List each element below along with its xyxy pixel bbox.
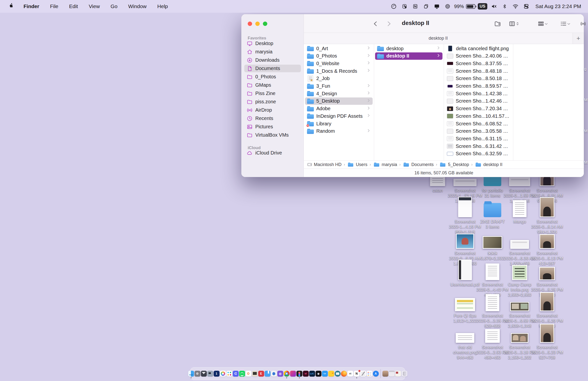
file-row[interactable]: Screen Sho...6.31.15 PM	[445, 135, 512, 142]
file-row[interactable]: 4_Design	[305, 90, 373, 97]
sidebar-item-downloads[interactable]: Downloads	[244, 56, 301, 64]
column-divider[interactable]	[374, 44, 374, 160]
sidebar-item-gmaps[interactable]: GMaps	[244, 81, 301, 89]
dock-icon-photos[interactable]	[220, 371, 226, 377]
dock-icon-indesign[interactable]: Id	[303, 371, 309, 377]
close-button[interactable]	[248, 21, 252, 26]
dock-icon-media-frame[interactable]	[252, 371, 258, 377]
sidebar-item-piss-zine[interactable]: Piss Zine	[244, 90, 301, 97]
bluetooth-icon[interactable]	[501, 2, 509, 11]
file-row[interactable]: Adobe	[305, 105, 373, 112]
column-divider[interactable]	[444, 44, 444, 160]
wifi-icon[interactable]	[511, 2, 520, 11]
menu-item-help[interactable]: Help	[153, 0, 172, 13]
dock-minimized-window-photo[interactable]	[382, 371, 388, 377]
dock-icon-system-settings[interactable]: ⚙	[194, 371, 200, 377]
view-updown-chevrons[interactable]	[515, 19, 521, 28]
path-item-marysia[interactable]: marysia	[373, 162, 397, 167]
sidebar-item-recents[interactable]: Recents	[244, 115, 301, 122]
desktop-icon[interactable]: Screenshot2025-0...5.23 PM527×708	[530, 320, 564, 360]
sidebar-item-piss-zone[interactable]: piss.zone	[244, 98, 301, 105]
dock-icon-vscode[interactable]: <>	[322, 371, 328, 377]
dock-minimized-window-image[interactable]	[395, 371, 401, 377]
sidebar-item-virtualbox-vms[interactable]: VirtualBox VMs	[244, 131, 301, 139]
file-row[interactable]: Screen Sho...8.37.55 PM	[445, 60, 512, 67]
file-row[interactable]: Screen Sho...7.20.34 PM	[445, 105, 512, 112]
creative-cloud-icon[interactable]	[390, 2, 398, 11]
file-row[interactable]: Screen Sho...8.50.18 PM	[445, 75, 512, 82]
sidebar-item-desktop[interactable]: Desktop	[244, 40, 301, 47]
tab-desktop-ii[interactable]: desktop II	[304, 33, 573, 44]
dock-icon-3d-app[interactable]: ◆	[315, 371, 321, 377]
dock-icon-finder[interactable]	[188, 371, 194, 377]
dock-icon-virtualbox[interactable]	[271, 371, 277, 377]
file-row[interactable]: 1_Docs & Records	[305, 67, 373, 75]
apple-menu-icon[interactable]	[7, 2, 17, 11]
dock-icon-expressvpn[interactable]: E	[258, 371, 264, 377]
dock-icon-adobe-creative-cloud[interactable]	[290, 371, 296, 377]
view-grid-chevron[interactable]	[544, 19, 548, 28]
menu-item-view[interactable]: View	[84, 0, 104, 13]
battery-indicator[interactable]: 99%	[454, 4, 475, 9]
back-button[interactable]	[371, 20, 380, 28]
mute-icon[interactable]	[490, 2, 498, 11]
dock-icon-purple-app[interactable]: ◎	[277, 371, 283, 377]
file-row[interactable]: Screen Sho...3.05.58 PM	[445, 128, 512, 135]
dock-icon-chrome[interactable]	[284, 371, 290, 377]
dock-icon-reading-app[interactable]	[265, 371, 271, 377]
file-row[interactable]: Screen Sho...8.59.57 PM	[445, 82, 512, 90]
minimize-button[interactable]	[255, 21, 260, 26]
menu-bar-clock[interactable]: Sat Aug 23 2:24 PM	[533, 3, 581, 9]
sidebar-item-marysia[interactable]: marysia	[244, 48, 301, 56]
dock-icon-1password[interactable]: 1	[214, 371, 220, 377]
path-item-users[interactable]: Users	[347, 162, 367, 167]
new-tab-button[interactable]: +	[573, 33, 584, 44]
file-row[interactable]: 0_Website	[305, 60, 373, 67]
menu-item-file[interactable]: File	[45, 0, 63, 13]
dock-icon-scanner-app[interactable]	[201, 371, 207, 377]
path-item-desktop-ii[interactable]: desktop II	[475, 162, 503, 167]
file-row[interactable]: 0_Photos	[305, 52, 373, 60]
path-item-documents[interactable]: Documents	[403, 162, 434, 167]
file-row[interactable]: Screen Sho...1.42.46 AM	[445, 98, 512, 105]
file-row[interactable]: Screen Sho...1.42.38 AM	[445, 90, 512, 97]
sidebar-item-airdrop[interactable]: AirDrop	[244, 106, 301, 114]
sidebar-item-0-photos[interactable]: 0_Photos	[244, 73, 301, 80]
dock-icon-figma[interactable]	[296, 371, 302, 377]
dock-icon-claude[interactable]: A\	[347, 371, 353, 377]
file-row[interactable]: Random	[305, 128, 373, 135]
airdrop-button[interactable]	[578, 19, 588, 28]
new-folder-button[interactable]	[493, 19, 503, 28]
file-row[interactable]: desktop II	[375, 52, 442, 60]
dock-icon-textedit[interactable]	[360, 371, 366, 377]
column-divider[interactable]	[513, 44, 513, 160]
dock-icon-slack[interactable]	[226, 371, 232, 377]
dock-icon-keyboard-app[interactable]	[335, 371, 340, 377]
menu-item-window[interactable]: Window	[124, 0, 151, 13]
airplay-ripple-icon[interactable]	[443, 2, 452, 11]
file-row[interactable]: Screen Sho...6.08.52 PM	[445, 120, 512, 127]
windows-stack-icon[interactable]	[422, 2, 430, 11]
path-item-macintosh-hd[interactable]: Macintosh HD	[307, 162, 341, 167]
dock-icon-discord[interactable]: ᗧ	[233, 371, 239, 377]
dock-icon-origin[interactable]: O	[246, 371, 251, 377]
file-row[interactable]: 2_Job	[305, 75, 373, 82]
dock-icon-trash[interactable]	[401, 371, 407, 377]
input-source-us[interactable]: US	[478, 3, 487, 10]
sidebar-item-pictures[interactable]: Pictures	[244, 123, 301, 131]
file-row[interactable]: 0_Art	[305, 45, 373, 52]
notion-icon[interactable]	[411, 2, 420, 11]
dock-icon-spotify[interactable]	[239, 371, 245, 377]
zoom-button[interactable]	[263, 21, 267, 26]
menu-item-go[interactable]: Go	[106, 0, 122, 13]
menu-item-finder[interactable]: Finder	[19, 0, 44, 13]
dock-icon-desk-utility[interactable]	[207, 371, 213, 377]
path-item-5-desktop[interactable]: 5_Desktop	[439, 162, 469, 167]
file-row[interactable]: Screen Sho...8.48.18 PM	[445, 67, 512, 75]
dock-icon-cyberduck[interactable]	[328, 371, 334, 377]
display-icon[interactable]	[433, 2, 441, 11]
dock-icon-app-store[interactable]: A	[373, 371, 379, 377]
file-row[interactable]: 3_Fun	[305, 82, 373, 90]
dock-icon-firefox[interactable]	[341, 371, 347, 377]
file-row[interactable]: Library	[305, 120, 373, 127]
